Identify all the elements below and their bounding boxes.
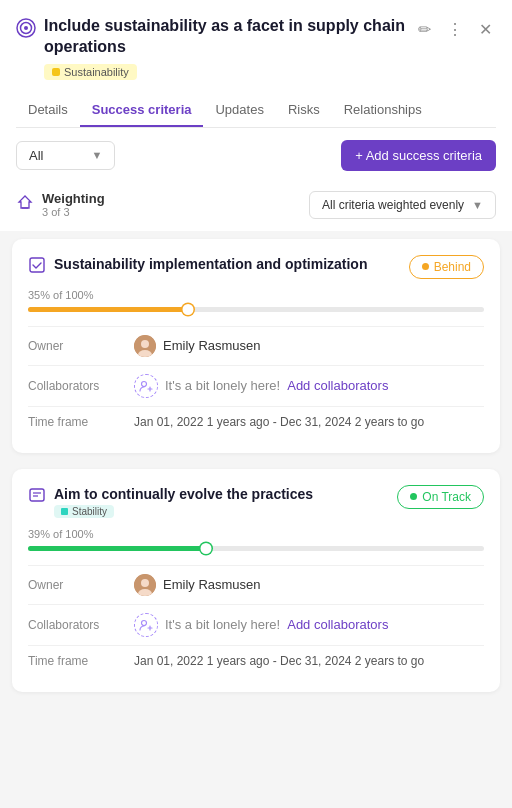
card-1-add-collaborators-link[interactable]: Add collaborators bbox=[287, 378, 388, 393]
add-collaborator-icon bbox=[134, 374, 158, 398]
header-top: Include sustainability as a facet in sup… bbox=[16, 16, 496, 58]
tag-label: Sustainability bbox=[64, 66, 129, 78]
card-2-timeframe-value: Jan 01, 2022 1 years ago - Dec 31, 2024 … bbox=[134, 654, 424, 668]
card-2-owner-name: Emily Rasmusen bbox=[163, 577, 261, 592]
add-collaborator-icon-2 bbox=[134, 613, 158, 637]
card-1-status-badge: Behind bbox=[409, 255, 484, 279]
card-1-timeframe-label: Time frame bbox=[28, 415, 118, 429]
card-1-title-row: Sustainability implementation and optimi… bbox=[28, 255, 409, 278]
card-2-icon bbox=[28, 486, 46, 508]
card-2-title: Aim to continually evolve the practices bbox=[54, 485, 313, 503]
tab-details[interactable]: Details bbox=[16, 94, 80, 127]
on-track-dot bbox=[410, 493, 417, 500]
tag-dot bbox=[52, 68, 60, 76]
card-1-owner-name: Emily Rasmusen bbox=[163, 338, 261, 353]
close-button[interactable]: ✕ bbox=[475, 18, 496, 41]
weighting-left: Weighting 3 of 3 bbox=[16, 191, 105, 218]
header-actions: ✏ ⋮ ✕ bbox=[414, 18, 496, 41]
svg-point-2 bbox=[24, 26, 28, 30]
svg-rect-4 bbox=[30, 258, 44, 272]
card-2-progress-fill bbox=[28, 546, 206, 551]
card-2-add-collaborators-link[interactable]: Add collaborators bbox=[287, 617, 388, 632]
card-2-timeframe-label: Time frame bbox=[28, 654, 118, 668]
svg-point-15 bbox=[142, 620, 147, 625]
tab-updates[interactable]: Updates bbox=[203, 94, 275, 127]
svg-point-13 bbox=[141, 579, 149, 587]
header-title-row: Include sustainability as a facet in sup… bbox=[16, 16, 406, 58]
card-2-owner-avatar bbox=[134, 574, 156, 596]
card-2-owner-value: Emily Rasmusen bbox=[134, 574, 261, 596]
card-1-owner-label: Owner bbox=[28, 339, 118, 353]
card-1-progress-bar bbox=[28, 307, 484, 312]
card-2-owner-label: Owner bbox=[28, 578, 118, 592]
card-2-timeframe-row: Time frame Jan 01, 2022 1 years ago - De… bbox=[28, 645, 484, 676]
card-2-header: Aim to continually evolve the practices … bbox=[28, 485, 484, 518]
card-2-status-label: On Track bbox=[422, 490, 471, 504]
card-2-collaborators-value: It's a bit lonely here! Add collaborator… bbox=[134, 613, 388, 637]
header-title: Include sustainability as a facet in sup… bbox=[44, 16, 406, 58]
card-2-progress-handle[interactable] bbox=[200, 543, 211, 554]
card-1-collaborators-value: It's a bit lonely here! Add collaborator… bbox=[134, 374, 388, 398]
header: Include sustainability as a facet in sup… bbox=[0, 0, 512, 128]
card-2-collaborators-label: Collaborators bbox=[28, 618, 118, 632]
card-1-timeframe-value: Jan 01, 2022 1 years ago - Dec 31, 2024 … bbox=[134, 415, 424, 429]
header-tag: Sustainability bbox=[44, 64, 137, 80]
card-2-owner-row: Owner Emily Rasmusen bbox=[28, 565, 484, 604]
behind-dot bbox=[422, 263, 429, 270]
card-1-progress-handle[interactable] bbox=[182, 304, 193, 315]
app-container: Include sustainability as a facet in sup… bbox=[0, 0, 512, 808]
card-2-collaborators-row: Collaborators It's a bit lonely here! Ad… bbox=[28, 604, 484, 645]
svg-point-6 bbox=[141, 340, 149, 348]
card-2-progress-label: 39% of 100% bbox=[28, 528, 484, 540]
chevron-down-icon: ▼ bbox=[472, 199, 483, 211]
svg-point-8 bbox=[142, 381, 147, 386]
card-1-collaborators-row: Collaborators It's a bit lonely here! Ad… bbox=[28, 365, 484, 406]
svg-rect-9 bbox=[30, 489, 44, 501]
success-criteria-card-1: Sustainability implementation and optimi… bbox=[12, 239, 500, 453]
more-button[interactable]: ⋮ bbox=[443, 18, 467, 41]
filter-dropdown[interactable]: All ▼ bbox=[16, 141, 115, 170]
card-1-title: Sustainability implementation and optimi… bbox=[54, 255, 367, 273]
card-1-lonely-text: It's a bit lonely here! bbox=[165, 378, 280, 393]
weighting-count: 3 of 3 bbox=[42, 206, 105, 218]
card-1-progress-fill bbox=[28, 307, 188, 312]
chevron-down-icon: ▼ bbox=[91, 149, 102, 161]
cards-area: Sustainability implementation and optimi… bbox=[0, 231, 512, 808]
weighting-icon bbox=[16, 194, 34, 216]
weighting-label: Weighting bbox=[42, 191, 105, 206]
card-2-lonely-text: It's a bit lonely here! bbox=[165, 617, 280, 632]
weighting-bar: Weighting 3 of 3 All criteria weighted e… bbox=[0, 183, 512, 231]
card-1-collaborators-label: Collaborators bbox=[28, 379, 118, 393]
weighting-criteria-label: All criteria weighted evenly bbox=[322, 198, 464, 212]
card-1-status-label: Behind bbox=[434, 260, 471, 274]
card-1-icon bbox=[28, 256, 46, 278]
card-1-progress-label: 35% of 100% bbox=[28, 289, 484, 301]
tab-success-criteria[interactable]: Success criteria bbox=[80, 94, 204, 127]
weighting-criteria-dropdown[interactable]: All criteria weighted evenly ▼ bbox=[309, 191, 496, 219]
card-2-subtitle-tag: Stability bbox=[54, 505, 114, 518]
tabs: Details Success criteria Updates Risks R… bbox=[16, 94, 496, 128]
edit-button[interactable]: ✏ bbox=[414, 18, 435, 41]
add-success-criteria-button[interactable]: + Add success criteria bbox=[341, 140, 496, 171]
card-2-title-row: Aim to continually evolve the practices … bbox=[28, 485, 397, 518]
card-2-status-badge: On Track bbox=[397, 485, 484, 509]
card-1-owner-value: Emily Rasmusen bbox=[134, 335, 261, 357]
toolbar: All ▼ + Add success criteria bbox=[0, 128, 512, 183]
card-1-owner-avatar bbox=[134, 335, 156, 357]
card-1-timeframe-row: Time frame Jan 01, 2022 1 years ago - De… bbox=[28, 406, 484, 437]
tab-relationships[interactable]: Relationships bbox=[332, 94, 434, 127]
objective-icon bbox=[16, 18, 36, 38]
tab-risks[interactable]: Risks bbox=[276, 94, 332, 127]
success-criteria-card-2: Aim to continually evolve the practices … bbox=[12, 469, 500, 692]
stability-label: Stability bbox=[72, 506, 107, 517]
stability-dot bbox=[61, 508, 68, 515]
card-1-header: Sustainability implementation and optimi… bbox=[28, 255, 484, 279]
card-2-progress-bar bbox=[28, 546, 484, 551]
filter-label: All bbox=[29, 148, 43, 163]
card-1-owner-row: Owner Emily Rasmusen bbox=[28, 326, 484, 365]
